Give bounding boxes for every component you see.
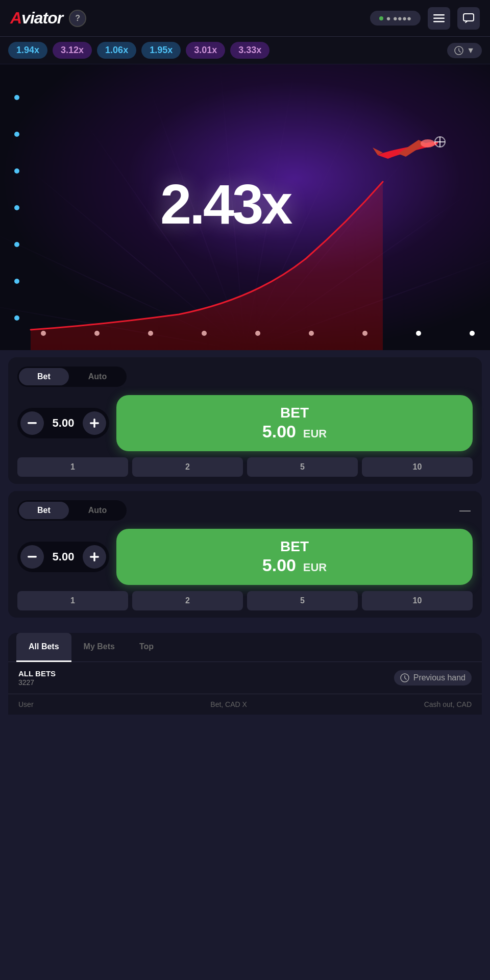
balance-status-dot (379, 16, 383, 20)
minus-icon-2 (28, 556, 37, 558)
amount-value-1: 5.00 (49, 416, 78, 430)
bet-controls-2: 5.00 BET 5.00 EUR (17, 529, 473, 585)
bet-btn-amount-1: 5.00 (262, 422, 296, 441)
quick-btn-1-1[interactable]: 1 (17, 457, 128, 477)
svg-rect-3 (463, 14, 474, 21)
hamburger-icon (433, 14, 445, 22)
balance-value: ● ●●●● (386, 14, 411, 22)
bet-panel-1: Bet Auto 5.00 BET 5.00 (8, 357, 482, 484)
bets-tabs: All Bets My Bets Top (8, 633, 482, 662)
tab-top[interactable]: Top (127, 633, 166, 662)
col-cashout: Cash out, CAD (424, 700, 472, 708)
bets-count: 3227 (18, 678, 56, 687)
bets-title: ALL BETS (18, 669, 56, 678)
bet-btn-amount-2: 5.00 (262, 555, 296, 575)
chat-button[interactable] (457, 7, 480, 30)
amount-control-1: 5.00 (17, 408, 109, 438)
menu-button[interactable] (428, 7, 450, 30)
bet-btn-amount-row-2: 5.00 EUR (262, 555, 327, 576)
bet-button-2[interactable]: BET 5.00 EUR (116, 529, 473, 585)
quick-btn-1-2[interactable]: 2 (132, 457, 243, 477)
bet-panel-1-tabs: Bet Auto (17, 366, 127, 387)
tab-all-bets[interactable]: All Bets (16, 633, 71, 662)
bet-button-1[interactable]: BET 5.00 EUR (116, 395, 473, 451)
plus-icon (90, 419, 99, 428)
increase-btn-2[interactable] (83, 545, 106, 569)
bet-controls-1: 5.00 BET 5.00 EUR (17, 395, 473, 451)
tab-bet-2[interactable]: Bet (19, 502, 69, 519)
quick-btn-1-4[interactable]: 10 (362, 457, 473, 477)
bet-panel-2-header: Bet Auto — (17, 500, 473, 521)
col-user: User (18, 700, 34, 708)
history-button[interactable]: ▼ (447, 43, 482, 58)
balance-display: ● ●●●● (370, 11, 421, 26)
bet-btn-label-2: BET (280, 538, 309, 555)
svg-rect-0 (433, 14, 445, 16)
minus-icon (28, 422, 37, 424)
tab-my-bets[interactable]: My Bets (71, 633, 127, 662)
quick-btn-2-1[interactable]: 1 (17, 591, 128, 610)
quick-amounts-2: 1 2 5 10 (17, 591, 473, 610)
svg-rect-9 (28, 422, 37, 424)
bet-panel-1-header: Bet Auto (17, 366, 473, 387)
help-button[interactable]: ? (69, 10, 86, 27)
quick-btn-2-3[interactable]: 5 (247, 591, 358, 610)
multiplier-badge-4[interactable]: 3.01x (186, 42, 225, 59)
history-icon (454, 46, 463, 55)
header: Aviator ? ● ●●●● (0, 0, 490, 37)
clock-icon (400, 673, 409, 682)
svg-point-5 (421, 139, 435, 148)
bet-panel-2: Bet Auto — 5.00 BET (8, 491, 482, 618)
multiplier-bar: 1.94x 3.12x 1.06x 1.95x 3.01x 3.33x ▼ (0, 37, 490, 64)
quick-amounts-1: 1 2 5 10 (17, 457, 473, 477)
history-chevron: ▼ (467, 46, 475, 55)
bet-btn-currency-1: EUR (303, 427, 327, 440)
svg-rect-2 (433, 21, 445, 22)
multiplier-badge-5[interactable]: 3.33x (230, 42, 270, 59)
bets-header: ALL BETS 3227 Previous hand (8, 662, 482, 694)
prev-hand-label: Previous hand (413, 673, 465, 682)
decrease-btn-2[interactable] (20, 545, 44, 569)
bet-btn-currency-2: EUR (303, 561, 327, 574)
bet-btn-label-1: BET (280, 404, 309, 422)
tab-bet-1[interactable]: Bet (19, 368, 69, 385)
quick-btn-1-3[interactable]: 5 (247, 457, 358, 477)
multiplier-badge-2[interactable]: 1.06x (97, 42, 136, 59)
multiplier-badge-0[interactable]: 1.94x (8, 42, 47, 59)
decrease-btn-1[interactable] (20, 411, 44, 435)
tab-auto-2[interactable]: Auto (70, 502, 125, 519)
logo-area: Aviator ? (10, 9, 86, 28)
svg-rect-11 (90, 422, 99, 424)
previous-hand-button[interactable]: Previous hand (394, 670, 472, 685)
plane-icon (368, 127, 449, 173)
bet-panels: Bet Auto 5.00 BET 5.00 (0, 357, 490, 633)
tab-auto-1[interactable]: Auto (70, 368, 125, 385)
amount-control-2: 5.00 (17, 542, 109, 572)
svg-rect-12 (28, 556, 37, 558)
col-bet: Bet, CAD X (210, 700, 247, 708)
amount-value-2: 5.00 (49, 550, 78, 564)
multiplier-badge-1[interactable]: 3.12x (53, 42, 92, 59)
svg-rect-1 (433, 17, 445, 19)
svg-rect-14 (90, 556, 99, 558)
bet-btn-amount-row-1: 5.00 EUR (262, 421, 327, 442)
header-right: ● ●●●● (370, 7, 480, 30)
multiplier-display: 2.43x (160, 172, 290, 236)
game-canvas: 2.43x (0, 64, 490, 350)
multiplier-badge-3[interactable]: 1.95x (141, 42, 181, 59)
bets-section: All Bets My Bets Top ALL BETS 3227 Previ… (8, 633, 482, 715)
bet-panel-2-tabs: Bet Auto (17, 500, 127, 521)
logo: Aviator (10, 9, 63, 28)
quick-btn-2-2[interactable]: 2 (132, 591, 243, 610)
plus-icon-2 (90, 552, 99, 561)
bets-title-area: ALL BETS 3227 (18, 669, 56, 687)
increase-btn-1[interactable] (83, 411, 106, 435)
minimize-btn-2[interactable]: — (457, 504, 473, 517)
bets-columns: User Bet, CAD X Cash out, CAD (8, 694, 482, 715)
quick-btn-2-4[interactable]: 10 (362, 591, 473, 610)
chat-icon (463, 13, 474, 23)
